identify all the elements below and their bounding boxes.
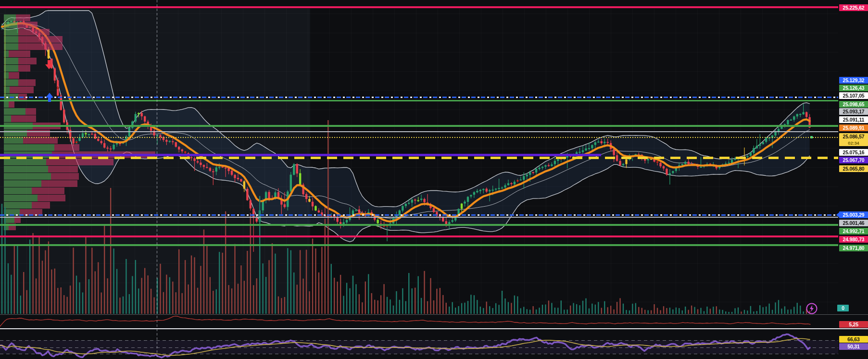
price-level-line[interactable]: [0, 217, 838, 218]
price-level-line[interactable]: [0, 154, 601, 156]
instant-trade-lightning-icon[interactable]: [805, 302, 818, 315]
price-axis-label[interactable]: 24.992,71: [839, 228, 868, 235]
price-level-line[interactable]: [0, 137, 838, 138]
price-level-line[interactable]: [0, 6, 838, 8]
price-level-line[interactable]: [0, 214, 838, 216]
price-level-line[interactable]: [0, 100, 838, 101]
price-axis-label[interactable]: 5,25: [839, 321, 868, 328]
price-level-line[interactable]: [0, 244, 838, 246]
price-axis-label[interactable]: 66,63: [839, 336, 868, 343]
price-level-line[interactable]: [0, 125, 838, 127]
price-axis-label[interactable]: 25.091,11: [839, 116, 868, 123]
price-axis-label[interactable]: 25.225,62: [839, 4, 868, 11]
crosshair-vertical-line: [157, 0, 157, 359]
trading-chart[interactable]: 25.225,6225.129,3225.126,4325.107,0525.0…: [0, 0, 868, 359]
price-axis-label[interactable]: 0: [837, 305, 849, 311]
price-axis-label[interactable]: 25.067,70: [839, 157, 868, 163]
price-axis-label[interactable]: 25.001,46: [839, 220, 868, 226]
price-axis-label[interactable]: 25.126,43: [839, 85, 868, 91]
price-axis-label[interactable]: 25.086,5702:34: [839, 133, 868, 146]
buy-arrow-icon[interactable]: [46, 93, 53, 102]
price-axis-label[interactable]: 25.107,05: [839, 92, 868, 99]
price-axis-label[interactable]: 25.098,65: [839, 101, 868, 108]
price-axis-label[interactable]: 25.129,32: [839, 77, 868, 84]
price-level-line[interactable]: [0, 235, 838, 237]
price-level-line[interactable]: [0, 131, 838, 132]
price-axis-label[interactable]: 25.003,29: [839, 211, 868, 218]
price-axis-label[interactable]: 25.065,80: [839, 165, 868, 172]
price-axis-label[interactable]: 50,31: [839, 343, 868, 350]
price-level-line[interactable]: [0, 157, 838, 159]
price-axis-label[interactable]: 25.089,91: [839, 124, 868, 131]
price-level-line[interactable]: [0, 97, 838, 98]
price-axis-label[interactable]: 25.093,17: [839, 108, 868, 115]
price-axis-label[interactable]: 24.971,80: [839, 245, 868, 251]
price-axis-label[interactable]: 24.980,73: [839, 236, 868, 243]
price-axis-label[interactable]: 25.075,16: [839, 149, 868, 156]
price-level-line[interactable]: [0, 224, 838, 226]
chart-canvas[interactable]: [0, 0, 868, 359]
sell-arrow-icon[interactable]: [45, 60, 53, 69]
